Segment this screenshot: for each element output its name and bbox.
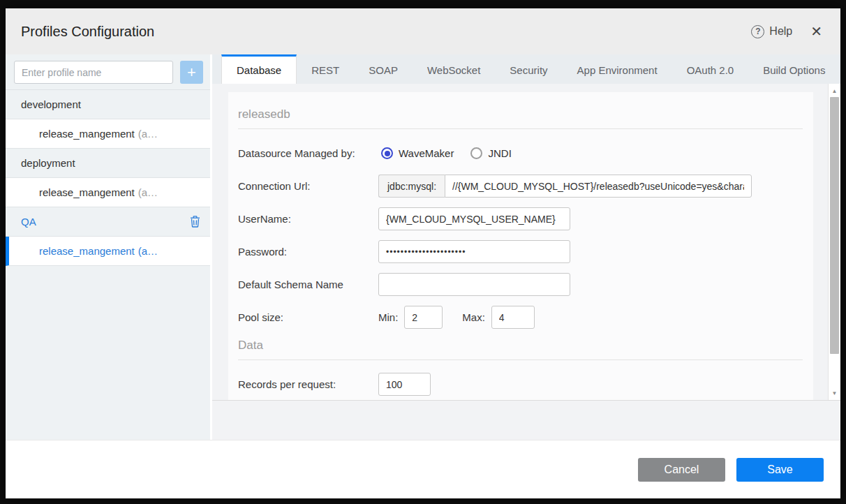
datasource-label: Datasource Managed by: <box>238 147 378 159</box>
panel-bottom-strip <box>212 400 840 440</box>
delete-profile-icon[interactable] <box>190 216 200 228</box>
dialog-header: Profiles Configuration ? Help ✕ <box>6 8 840 54</box>
pool-size-label: Pool size: <box>238 311 378 323</box>
tab-database[interactable]: Database <box>221 54 297 84</box>
default-schema-row: Default Schema Name <box>238 273 803 296</box>
connection-url-label: Connection Url: <box>238 180 378 192</box>
sidebar-item-development[interactable]: development <box>6 90 210 119</box>
password-row: Password: <box>238 240 803 263</box>
page-title: Profiles Configuration <box>21 24 154 40</box>
radio-selected-icon <box>381 147 393 159</box>
datasource-row: Datasource Managed by: WaveMaker JNDI <box>238 142 803 165</box>
jdbc-prefix-addon: jdbc:mysql: <box>378 175 445 198</box>
tab-oauth[interactable]: OAuth 2.0 <box>672 54 749 84</box>
radio-jndi[interactable]: JNDI <box>470 147 511 159</box>
pool-min-label: Min: <box>378 311 398 323</box>
add-profile-button[interactable]: + <box>180 61 203 84</box>
profile-list: development release_mangement (a… deploy… <box>6 89 210 266</box>
sidebar-item-qa[interactable]: QA <box>6 207 210 237</box>
database-tab-panel: releasedb Datasource Managed by: WaveMak… <box>212 84 840 440</box>
password-input[interactable] <box>378 240 570 263</box>
records-per-request-row: Records per request: <box>238 373 803 396</box>
profile-tabs: Database REST SOAP WebSocket Security Ap… <box>212 54 840 84</box>
radio-unselected-icon <box>470 147 482 159</box>
scroll-up-icon[interactable]: ▲ <box>829 85 840 96</box>
dialog-footer: Cancel Save <box>6 440 840 498</box>
username-row: UserName: <box>238 207 803 230</box>
database-form-card: releasedb Datasource Managed by: WaveMak… <box>228 92 813 400</box>
save-button[interactable]: Save <box>736 458 824 482</box>
section-divider <box>238 360 803 360</box>
username-label: UserName: <box>238 213 378 225</box>
radio-wavemaker[interactable]: WaveMaker <box>381 147 454 159</box>
tab-build-options[interactable]: Build Options <box>748 54 840 84</box>
tab-app-environment[interactable]: App Environment <box>563 54 672 84</box>
close-icon[interactable]: ✕ <box>810 24 822 38</box>
tab-security[interactable]: Security <box>495 54 562 84</box>
help-icon: ? <box>751 25 764 38</box>
sidebar-item-deployment[interactable]: deployment <box>6 149 210 178</box>
profile-name-input[interactable] <box>14 61 173 84</box>
profiles-sidebar: + development release_mangement (a… depl… <box>6 54 212 440</box>
tab-soap[interactable]: SOAP <box>354 54 413 84</box>
records-per-request-input[interactable] <box>378 373 431 396</box>
vertical-scrollbar[interactable]: ▲ ▼ <box>828 84 840 400</box>
connection-url-row: Connection Url: jdbc:mysql: <box>238 175 803 198</box>
username-input[interactable] <box>378 207 570 230</box>
tab-rest[interactable]: REST <box>297 54 354 84</box>
section-divider <box>238 128 803 129</box>
default-schema-input[interactable] <box>378 273 570 296</box>
password-label: Password: <box>238 246 378 258</box>
data-section-title: Data <box>238 339 803 353</box>
help-button[interactable]: ? Help <box>751 25 792 38</box>
scroll-down-icon[interactable]: ▼ <box>829 387 840 399</box>
database-section-title: releasedb <box>238 108 803 121</box>
sidebar-item-release-mangement-deploy[interactable]: release_mangement (a… <box>6 178 210 207</box>
default-schema-label: Default Schema Name <box>238 279 378 290</box>
help-label: Help <box>769 25 792 38</box>
connection-url-input[interactable] <box>445 175 752 198</box>
pool-size-row: Pool size: Min: Max: <box>238 306 803 329</box>
pool-max-label: Max: <box>462 311 485 323</box>
tab-websocket[interactable]: WebSocket <box>413 54 495 84</box>
sidebar-item-release-mangement-qa-selected[interactable]: release_mangement (a… <box>6 237 210 266</box>
cancel-button[interactable]: Cancel <box>638 458 725 482</box>
profiles-configuration-dialog: Profiles Configuration ? Help ✕ + develo… <box>6 8 840 498</box>
records-per-request-label: Records per request: <box>238 378 378 390</box>
scrollbar-thumb[interactable] <box>830 97 839 354</box>
pool-max-input[interactable] <box>491 306 535 329</box>
pool-min-input[interactable] <box>404 306 443 329</box>
sidebar-item-release-mangement-dev[interactable]: release_mangement (a… <box>6 119 210 149</box>
